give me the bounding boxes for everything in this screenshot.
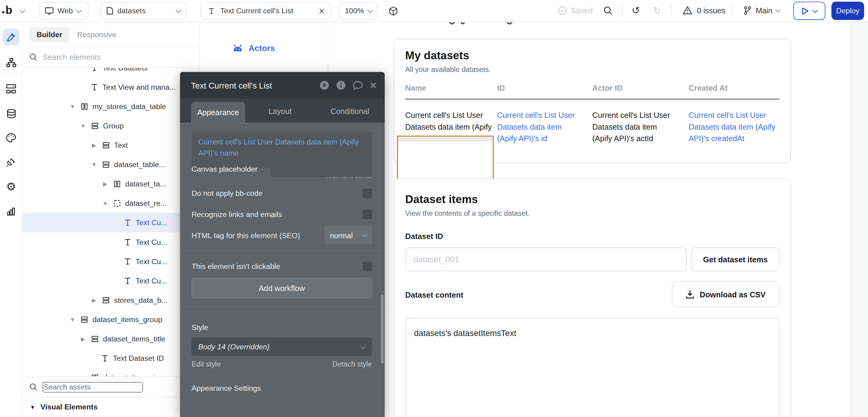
run-icon[interactable] — [319, 81, 329, 90]
close-icon[interactable]: ✕ — [318, 6, 325, 15]
tree-item[interactable]: ▸ Text View and mana... — [22, 77, 198, 97]
tree-item[interactable]: ▸ Text Cu... — [22, 252, 198, 271]
property-inspector: Text Current cell's List ✕ Appearance La… — [180, 72, 385, 417]
style-dropdown[interactable]: Body 14 (Overridden) — [192, 338, 372, 356]
tree-item[interactable]: ▶ stores_data_b... — [22, 291, 198, 310]
tab-conditional[interactable]: Conditional — [315, 107, 385, 123]
download-csv-button[interactable]: Download as CSV — [672, 281, 779, 307]
links-emails-checkbox[interactable] — [363, 210, 372, 219]
column-header: Actor ID — [592, 84, 689, 93]
caret-right-icon[interactable]: ▶ — [102, 181, 108, 187]
tree-item[interactable]: ▼ dataset_items_group — [22, 310, 198, 329]
tree-item[interactable]: ▸ Text Dataset ID — [22, 349, 198, 368]
sidebar-item-actors[interactable]: Actors — [232, 43, 275, 53]
tree-item[interactable]: ▼ my_stores_data_table — [22, 97, 198, 116]
search-icon[interactable] — [603, 6, 613, 15]
detach-style-link[interactable]: Detach style — [333, 360, 372, 368]
caret-down-icon[interactable]: ▼ — [80, 123, 87, 129]
selection-grip[interactable] — [398, 136, 493, 141]
section-divider — [180, 254, 385, 254]
rail-pages-button[interactable] — [3, 54, 19, 71]
chevron-down-icon — [76, 7, 81, 13]
bb-code-checkbox[interactable] — [363, 189, 372, 198]
html-tag-dropdown[interactable]: normal — [324, 226, 372, 244]
edit-style-link[interactable]: Edit style — [192, 360, 221, 368]
tree-item-selected[interactable]: ▸ Text Cu... — [22, 213, 198, 232]
toolbar-divider — [622, 4, 623, 18]
zoom-selector[interactable]: 100% — [339, 2, 377, 19]
add-workflow-button[interactable]: Add workflow — [192, 278, 372, 298]
download-icon — [686, 290, 694, 298]
undo-icon[interactable]: ↺ — [632, 4, 640, 17]
rail-logs-button[interactable] — [3, 202, 19, 219]
tree-item[interactable]: ▶ dataset_items_title — [22, 329, 198, 349]
inspector-scrollbar[interactable] — [381, 294, 383, 363]
issues-indicator[interactable]: 0 issues — [682, 5, 725, 15]
get-dataset-items-button[interactable]: Get dataset items — [691, 248, 779, 271]
platform-selector[interactable]: Web — [39, 2, 89, 19]
cell-id[interactable]: Current cell's List User Datasets data i… — [497, 101, 581, 144]
column-header: Created At — [689, 84, 782, 93]
rows-element-icon — [101, 295, 111, 305]
info-icon[interactable] — [336, 81, 346, 90]
element-tab[interactable]: Text Current cell's List ✕ — [200, 2, 331, 19]
datasets-table-header: Name ID Actor ID Created At — [405, 84, 779, 93]
monitor-icon — [45, 7, 54, 15]
chevron-down-icon — [361, 343, 366, 349]
caret-right-icon[interactable]: ▶ — [91, 297, 97, 303]
caret-down-icon[interactable]: ▼ — [69, 104, 76, 110]
dataset-id-input[interactable] — [405, 248, 687, 271]
tree-item[interactable]: ▼ dataset_re... — [22, 194, 198, 213]
inspector-header[interactable]: Text Current cell's List ✕ — [180, 72, 385, 98]
dataset-items-subtitle: View the contents of a specific dataset. — [405, 209, 779, 217]
my-datasets-subtitle: All your available datasets. — [405, 65, 779, 73]
deploy-button[interactable]: Deploy — [831, 1, 864, 20]
tree-item[interactable]: ▸ Text Cu... — [22, 232, 198, 252]
page-label: datasets — [117, 7, 145, 15]
caret-down-icon[interactable]: ▼ — [102, 200, 108, 206]
top-toolbar: b Web datasets Text Current cell's List … — [0, 0, 868, 22]
tree-item[interactable]: ▸ Text Cu... — [22, 271, 198, 290]
rail-plugins-button[interactable] — [3, 154, 19, 170]
dataset-content-label: Dataset content — [405, 291, 463, 307]
rows-element-icon — [90, 121, 100, 131]
tree-item[interactable]: ▶ Text — [22, 136, 198, 155]
page-icon — [106, 7, 114, 15]
bubble-logo[interactable]: b — [5, 4, 12, 17]
redo-icon: ↻ — [652, 4, 661, 17]
visual-elements-section[interactable]: ▼ Visual Elements — [22, 397, 198, 417]
tab-layout[interactable]: Layout — [245, 107, 315, 123]
close-icon[interactable]: ✕ — [370, 80, 377, 91]
selected-element-outline[interactable] — [397, 136, 494, 184]
tab-appearance[interactable]: Appearance — [191, 102, 245, 123]
caret-down-icon[interactable]: ▼ — [91, 162, 97, 168]
comment-icon[interactable] — [352, 81, 363, 90]
caret-right-icon[interactable]: ▶ — [91, 142, 97, 148]
rail-workflow-button[interactable] — [3, 81, 19, 97]
caret-down-icon[interactable]: ▼ — [69, 317, 76, 323]
preview-button[interactable] — [793, 1, 826, 20]
text-element-icon — [100, 353, 110, 363]
tab-builder[interactable]: Builder — [29, 27, 69, 42]
caret-right-icon[interactable]: ▶ — [80, 336, 87, 342]
tree-item[interactable]: ▶ dataset_items_in... — [22, 368, 198, 376]
not-clickable-checkbox[interactable] — [363, 262, 372, 271]
rail-design-button[interactable] — [3, 29, 19, 45]
cell-created-at[interactable]: Current cell's List User Datasets data i… — [689, 101, 782, 144]
tree-item[interactable]: ▼ dataset_table... — [22, 155, 198, 174]
branch-selector[interactable]: Main — [743, 5, 780, 15]
tree-item[interactable]: ▶ dataset_ta... — [22, 174, 198, 194]
rail-settings-button[interactable]: ⚙ — [3, 178, 19, 195]
page-selector[interactable]: datasets — [100, 2, 187, 19]
canvas-placeholder-input[interactable] — [270, 160, 372, 177]
logo-chevron-down-icon[interactable] — [20, 7, 25, 13]
cell-actor-id[interactable]: Current cell's List User Datasets data i… — [592, 101, 676, 144]
rail-data-button[interactable] — [3, 105, 19, 122]
rail-styles-button[interactable] — [3, 130, 19, 146]
search-elements-input[interactable] — [42, 53, 170, 61]
package-icon[interactable] — [389, 6, 398, 16]
tree-item[interactable]: ▼ Group — [22, 116, 198, 136]
search-assets-input[interactable] — [42, 382, 143, 392]
tab-responsive[interactable]: Responsive — [78, 30, 116, 38]
tree-item[interactable]: ▸ Text Datasets — [22, 68, 198, 77]
